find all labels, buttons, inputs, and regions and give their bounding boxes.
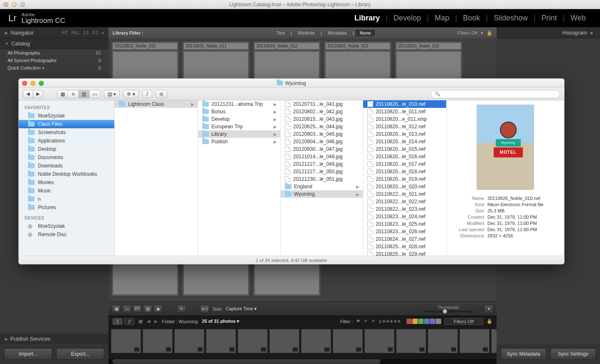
module-book[interactable]: Book [457,14,486,22]
grid-icon[interactable]: ▦ [138,319,143,324]
module-library[interactable]: Library [349,14,386,22]
filters-off-dropdown[interactable]: Filters Off [444,318,483,325]
sidebar-item[interactable]: Applications [19,137,114,145]
sidebar-item[interactable]: n [19,195,114,203]
column-item[interactable]: Develop▶ [198,115,280,123]
filmstrip-thumbnail[interactable] [269,329,299,353]
photo-count[interactable]: 25 of 31 photos ▾ [202,319,239,324]
column-item[interactable]: 20120731...le_041.jpg [281,100,363,108]
catalog-item[interactable]: All Photographs51 [0,49,108,57]
column-item[interactable]: 20110825...le_029.nef [363,250,446,256]
nav-back-icon[interactable]: ◀ [147,319,150,324]
filmstrip-thumbnail[interactable] [364,329,394,353]
color-label-filter[interactable] [407,319,441,324]
column-view-button[interactable]: ▥ [79,90,90,98]
action-button[interactable]: ✲ ▾ [123,90,138,98]
filmstrip-scrollbar[interactable] [108,359,497,364]
sync-metadata-button[interactable]: Sync Metadata [501,348,546,360]
sidebar-device[interactable]: ◎Remote Disc [19,230,114,239]
compare-view-button[interactable]: XY [133,305,142,313]
sidebar-item[interactable]: Movies [19,178,114,187]
sidebar-device[interactable]: ◎MoeSzyslak [19,222,114,230]
people-view-button[interactable]: ◉ [153,305,163,313]
column-item[interactable]: 20110823...le_024.nef [363,213,446,220]
column-item[interactable]: Lightroom Class▶ [115,100,198,108]
column-item[interactable]: 20110820...le_019.nef [363,175,446,183]
flag-pick-filter[interactable]: ⚑ [356,319,360,324]
filmstrip-thumbnail[interactable] [301,329,331,353]
column-item[interactable]: Bonus▶ [198,108,280,115]
thumbnail-size-slider[interactable] [423,311,473,312]
survey-view-button[interactable]: ▤ [143,305,152,313]
column-item[interactable]: 20120930...le_047.jpg [281,145,363,153]
column-item[interactable]: 20110823...le_026.nef [363,228,446,235]
filter-metadata[interactable]: Metadata [324,30,351,36]
secondary-display-button[interactable]: 2 [124,318,134,325]
filmstrip-thumbnail[interactable] [206,329,236,353]
catalog-item[interactable]: All Synced Photographs0 [0,57,108,64]
icon-view-button[interactable]: ▦ [57,90,68,98]
finder-column-3[interactable]: 20120731...le_041.jpg20120802...le_042.j… [281,100,363,256]
toolbar-menu-button[interactable]: ▾ [484,305,493,313]
export-button[interactable]: Export... [56,348,104,360]
histogram-header[interactable]: Histogram ◀ [497,27,600,38]
column-item[interactable]: England▶ [281,183,363,190]
column-item[interactable]: 20110820...le_020.nef [363,183,446,190]
filmstrip-thumbnail[interactable] [396,329,426,353]
column-item[interactable]: European Trip▶ [198,123,280,130]
sidebar-item[interactable]: MoeSzyslak [19,112,114,120]
catalog-header[interactable]: ▼ Catalog [0,38,108,49]
column-item[interactable]: 20110822...le_021.nef [363,190,446,198]
sort-direction-button[interactable]: a↕z [200,305,209,313]
filmstrip-thumbnail[interactable] [238,329,268,353]
filmstrip-thumbnail[interactable] [428,329,458,353]
column-item[interactable]: 20120802...le_042.jpg [281,108,363,115]
column-item[interactable]: 20110825...le_028.nef [363,243,446,250]
sort-menu[interactable]: Capture Time ▾ [226,306,257,312]
filmstrip-thumbnail[interactable] [111,329,141,353]
finder-search-field[interactable]: 🔍 [431,90,560,98]
finder-column-1[interactable]: Lightroom Class▶ [115,100,198,256]
finder-search-input[interactable] [442,92,556,97]
share-button[interactable]: ⤴ [142,90,152,98]
painter-tool-button[interactable]: ✎ [177,305,186,313]
column-item[interactable]: 20110820...le_012.nef [363,123,446,130]
column-item[interactable]: 20110824...le_027.nef [363,235,446,243]
filter-text[interactable]: Text [272,30,289,36]
source-label[interactable]: Folder : Wyoming [162,319,198,324]
sidebar-item[interactable]: Noble Desktop Workbooks [19,170,114,178]
filter-attribute[interactable]: Attribute [294,30,319,36]
flag-unflag-filter[interactable]: ⚑ [364,319,368,324]
column-item[interactable]: Publish▶ [198,138,280,145]
module-develop[interactable]: Develop [388,14,427,22]
sidebar-item[interactable]: Downloads [19,162,114,170]
column-item[interactable]: 20121230...le_051.jpg [281,175,363,183]
list-view-button[interactable]: ≡ [68,90,79,98]
lock-icon[interactable]: 🔒 [487,30,492,36]
navigator-header[interactable]: ▶ Navigator FITFILL1:13:1 ◂ [0,27,108,38]
column-item[interactable]: Library▶ [198,130,280,138]
publish-services-header[interactable]: ▶ Publish Services [0,334,108,344]
sidebar-item[interactable]: Desktop [19,145,114,153]
filmstrip-thumbnail[interactable] [143,329,173,353]
column-item[interactable]: 20110820...le_013.nef [363,130,446,138]
flag-reject-filter[interactable]: ⚑ [371,319,375,324]
sidebar-item[interactable]: Music [19,187,114,195]
finder-titlebar[interactable]: Wyoming [19,79,564,88]
column-item[interactable]: Wyoming▶ [281,190,363,198]
filters-off-menu[interactable]: Filters Off [457,30,477,35]
primary-display-button[interactable]: 1 [113,318,123,325]
filmstrip[interactable] [108,327,497,359]
grid-view-button[interactable]: ▦ [112,305,121,313]
column-item[interactable]: 20110823...le_025.nef [363,220,446,228]
sync-settings-button[interactable]: Sync Settings [550,348,596,360]
finder-column-2[interactable]: 20121231...ahoma Trip▶Bonus▶Develop▶Euro… [198,100,281,256]
column-item[interactable]: 20110820...le_014.nef [363,138,446,145]
forward-button[interactable]: ▶ [33,90,43,98]
sidebar-item[interactable]: Documents [19,153,114,162]
column-item[interactable]: 20110820...e_011.xmp [363,115,446,123]
tags-button[interactable]: ⊖ [156,90,167,98]
column-item[interactable]: 20110820...le_011.nef [363,108,446,115]
column-item[interactable]: 20121227...le_049.jpg [281,160,363,168]
sidebar-item[interactable]: Screenshots [19,128,114,137]
